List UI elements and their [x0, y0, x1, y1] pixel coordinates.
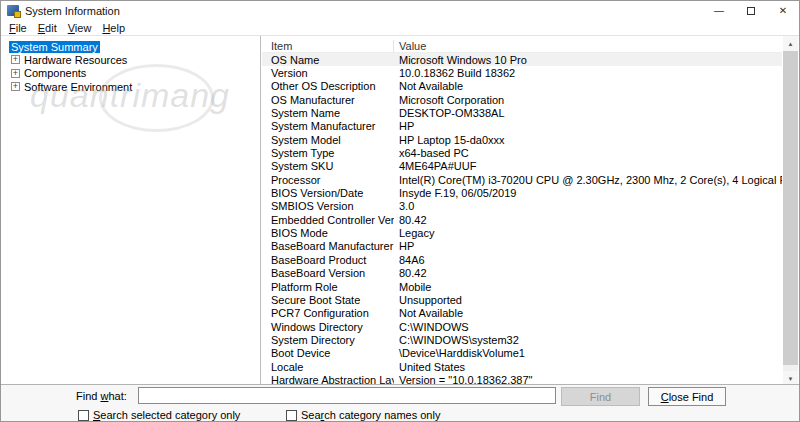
table-row[interactable]: System Typex64-based PC: [262, 146, 782, 159]
table-row[interactable]: Platform RoleMobile: [262, 280, 782, 293]
value-cell: Mobile: [394, 281, 782, 293]
search-category-names-checkbox[interactable]: Search category names only: [286, 409, 440, 421]
table-row[interactable]: System DirectoryC:\WINDOWS\system32: [262, 333, 782, 346]
value-cell: \Device\HarddiskVolume1: [394, 347, 782, 359]
table-row[interactable]: Windows DirectoryC:\WINDOWS: [262, 320, 782, 333]
item-cell: Platform Role: [262, 281, 394, 293]
search-selected-category-checkbox[interactable]: Search selected category only: [78, 409, 240, 421]
value-cell: HP: [394, 240, 782, 252]
table-row[interactable]: Embedded Controller Version80.42: [262, 213, 782, 226]
table-row[interactable]: Other OS DescriptionNot Available: [262, 80, 782, 93]
value-cell: 84A6: [394, 254, 782, 266]
value-cell: Insyde F.19, 06/05/2019: [394, 187, 782, 199]
expand-icon[interactable]: +: [11, 69, 20, 78]
table-row[interactable]: BIOS ModeLegacy: [262, 226, 782, 239]
item-cell: PCR7 Configuration: [262, 307, 394, 319]
tree-item-label: Hardware Resources: [24, 54, 127, 66]
table-row[interactable]: BaseBoard ManufacturerHP: [262, 240, 782, 253]
system-information-icon: [7, 5, 19, 16]
table-row[interactable]: System SKU4ME64PA#UUF: [262, 160, 782, 173]
checkbox-icon[interactable]: [286, 410, 297, 421]
table-row[interactable]: BaseBoard Version80.42: [262, 267, 782, 280]
item-cell: Windows Directory: [262, 321, 394, 333]
maximize-button[interactable]: [735, 1, 767, 20]
value-cell: Intel(R) Core(TM) i3-7020U CPU @ 2.30GHz…: [394, 174, 782, 186]
tree-item-hardware-resources[interactable]: + Hardware Resources: [4, 53, 260, 66]
value-cell: HP Laptop 15-da0xxx: [394, 134, 782, 146]
value-cell: Microsoft Corporation: [394, 94, 782, 106]
menu-view[interactable]: View: [68, 22, 92, 34]
system-information-window: System Information — ✕ File Edit View He…: [0, 0, 800, 422]
table-row[interactable]: OS ManufacturerMicrosoft Corporation: [262, 93, 782, 106]
table-row[interactable]: System ModelHP Laptop 15-da0xxx: [262, 133, 782, 146]
item-cell: System Name: [262, 107, 394, 119]
table-row[interactable]: ProcessorIntel(R) Core(TM) i3-7020U CPU …: [262, 173, 782, 186]
table-row[interactable]: SMBIOS Version3.0: [262, 200, 782, 213]
find-what-label: Find what:: [76, 390, 127, 402]
item-cell: System Manufacturer: [262, 120, 394, 132]
menu-file[interactable]: File: [9, 22, 27, 34]
table-row[interactable]: Version10.0.18362 Build 18362: [262, 66, 782, 79]
value-cell: C:\WINDOWS\system32: [394, 334, 782, 346]
find-input[interactable]: [138, 387, 556, 404]
item-cell: BaseBoard Product: [262, 254, 394, 266]
item-cell: Processor: [262, 174, 394, 186]
expand-icon[interactable]: +: [11, 55, 20, 64]
checkbox-icon[interactable]: [78, 410, 89, 421]
find-button[interactable]: Find: [561, 387, 640, 406]
checkbox-label: Search selected category only: [93, 409, 240, 421]
item-cell: Secure Boot State: [262, 294, 394, 306]
scrollbar-thumb[interactable]: [783, 51, 798, 365]
menu-help[interactable]: Help: [102, 22, 125, 34]
value-cell: DESKTOP-OM338AL: [394, 107, 782, 119]
table-row[interactable]: OS NameMicrosoft Windows 10 Pro: [262, 53, 782, 66]
value-cell: 80.42: [394, 267, 782, 279]
item-cell: OS Name: [262, 54, 394, 66]
tree-item-software-environment[interactable]: + Software Environment: [4, 80, 260, 93]
table-row[interactable]: Secure Boot StateUnsupported: [262, 293, 782, 306]
value-cell: 4ME64PA#UUF: [394, 160, 782, 172]
value-cell: x64-based PC: [394, 147, 782, 159]
column-header-item[interactable]: Item: [262, 40, 394, 52]
value-cell: Not Available: [394, 80, 782, 92]
table-row[interactable]: System NameDESKTOP-OM338AL: [262, 106, 782, 119]
value-cell: Microsoft Windows 10 Pro: [394, 54, 782, 66]
detail-table: Item Value OS NameMicrosoft Windows 10 P…: [262, 36, 798, 386]
window-title: System Information: [25, 5, 120, 17]
item-cell: Embedded Controller Version: [262, 214, 394, 226]
table-row[interactable]: BIOS Version/DateInsyde F.19, 06/05/2019: [262, 186, 782, 199]
maximize-icon: [747, 7, 755, 15]
item-cell: Boot Device: [262, 347, 394, 359]
scroll-up-icon: ▲: [788, 41, 794, 47]
table-row[interactable]: System ManufacturerHP: [262, 120, 782, 133]
table-row[interactable]: LocaleUnited States: [262, 360, 782, 373]
window-controls: — ✕: [703, 1, 799, 20]
item-cell: Locale: [262, 361, 394, 373]
menu-bar: File Edit View Help: [1, 20, 799, 35]
scroll-up-button[interactable]: ▲: [783, 36, 798, 51]
item-cell: OS Manufacturer: [262, 94, 394, 106]
table-row[interactable]: BaseBoard Product84A6: [262, 253, 782, 266]
tree-item-label: Software Environment: [24, 81, 132, 93]
minimize-button[interactable]: —: [703, 1, 735, 20]
category-tree: System Summary + Hardware Resources + Co…: [4, 36, 261, 386]
item-cell: SMBIOS Version: [262, 200, 394, 212]
expand-icon[interactable]: +: [11, 82, 20, 91]
tree-item-label: Components: [24, 67, 86, 79]
column-header-value[interactable]: Value: [394, 40, 782, 52]
table-row[interactable]: Boot Device\Device\HarddiskVolume1: [262, 347, 782, 360]
item-cell: System Directory: [262, 334, 394, 346]
tree-item-system-summary[interactable]: System Summary: [4, 40, 260, 53]
close-find-button[interactable]: Close Find: [648, 387, 726, 406]
value-cell: United States: [394, 361, 782, 373]
value-cell: C:\WINDOWS: [394, 321, 782, 333]
vertical-scrollbar[interactable]: ▲ ▼: [783, 36, 798, 386]
minimize-icon: —: [714, 5, 724, 16]
menu-edit[interactable]: Edit: [38, 22, 57, 34]
close-button[interactable]: ✕: [767, 1, 799, 20]
tree-item-components[interactable]: + Components: [4, 67, 260, 80]
checkbox-label: Search category names only: [301, 409, 440, 421]
value-cell: 10.0.18362 Build 18362: [394, 67, 782, 79]
table-row[interactable]: PCR7 ConfigurationNot Available: [262, 307, 782, 320]
value-cell: Unsupported: [394, 294, 782, 306]
